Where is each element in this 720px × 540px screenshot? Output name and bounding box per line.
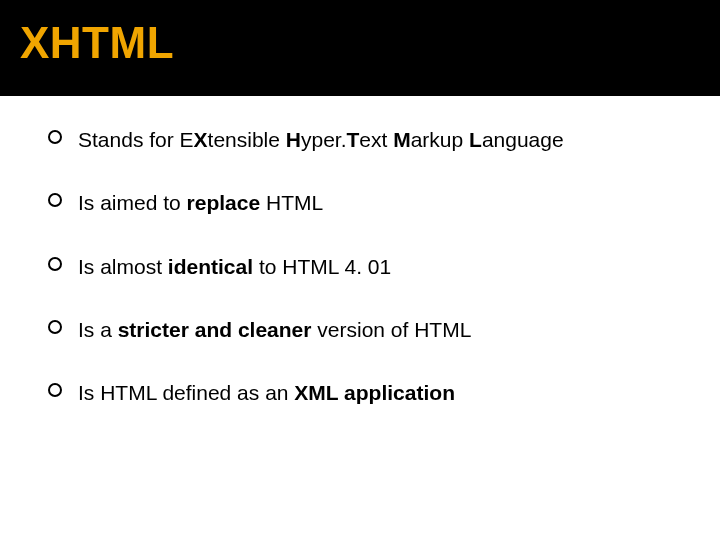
slide: XHTML Stands for EXtensible Hyper.Text M… bbox=[0, 0, 720, 540]
list-item: Is a stricter and cleaner version of HTM… bbox=[48, 316, 680, 343]
list-item: Is aimed to replace HTML bbox=[48, 189, 680, 216]
slide-title: XHTML bbox=[20, 18, 720, 68]
list-item: Is HTML defined as an XML application bbox=[48, 379, 680, 406]
list-item-text: Stands for EXtensible Hyper.Text Markup … bbox=[78, 126, 564, 153]
list-item-text: Is almost identical to HTML 4. 01 bbox=[78, 253, 391, 280]
bullet-icon bbox=[48, 257, 62, 271]
list-item: Is almost identical to HTML 4. 01 bbox=[48, 253, 680, 280]
bullet-icon bbox=[48, 383, 62, 397]
list-item-text: Is aimed to replace HTML bbox=[78, 189, 323, 216]
list-item-text: Is HTML defined as an XML application bbox=[78, 379, 455, 406]
bullet-icon bbox=[48, 130, 62, 144]
list-item-text: Is a stricter and cleaner version of HTM… bbox=[78, 316, 471, 343]
slide-body: Stands for EXtensible Hyper.Text Markup … bbox=[0, 96, 720, 406]
title-bar: XHTML bbox=[0, 0, 720, 96]
list-item: Stands for EXtensible Hyper.Text Markup … bbox=[48, 126, 680, 153]
bullet-icon bbox=[48, 320, 62, 334]
bullet-icon bbox=[48, 193, 62, 207]
